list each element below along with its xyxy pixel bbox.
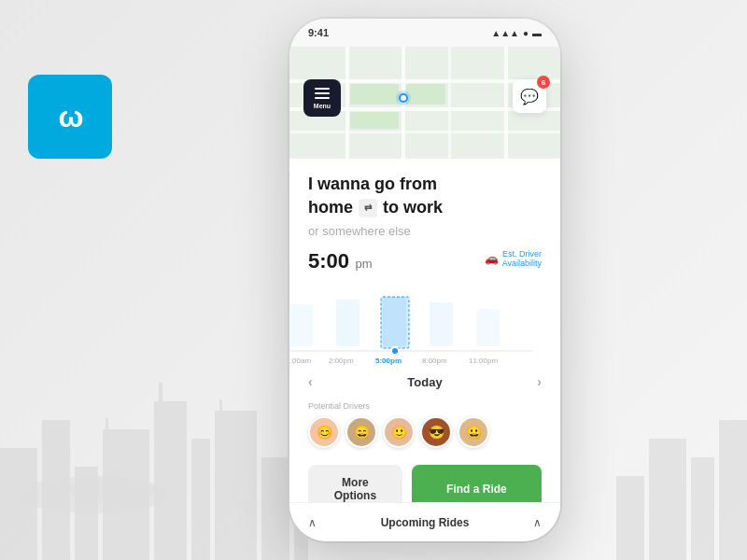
menu-button[interactable]: Menu: [303, 79, 341, 117]
driver-avatar-2[interactable]: 😄: [345, 416, 377, 448]
svg-rect-15: [219, 399, 222, 411]
bottom-tab-chevron-left[interactable]: ∧: [308, 516, 317, 529]
svg-rect-7: [261, 457, 289, 560]
svg-rect-35: [430, 302, 453, 346]
destination-headline: I wanna go from home ⇄ to work: [308, 173, 542, 219]
driver-avail-label: Est. DriverAvailability: [502, 249, 542, 268]
prev-date-button[interactable]: ‹: [308, 374, 313, 389]
svg-point-44: [391, 347, 399, 355]
status-icons: ▲▲▲ ● ▬: [491, 28, 542, 38]
phone-mockup: 9:41 ▲▲▲ ● ▬: [289, 19, 570, 541]
time-value: 5:00: [308, 249, 349, 273]
svg-text:2:00pm: 2:00pm: [329, 357, 354, 365]
drivers-section: Potential Drivers 😊 😄 🙂 😎 😀: [289, 394, 560, 455]
phone-screen: 9:41 ▲▲▲ ● ▬: [289, 19, 560, 541]
signal-icon: ▲▲▲: [491, 28, 519, 38]
origin-label: home: [308, 196, 353, 219]
current-date-label: Today: [407, 375, 442, 389]
driver-availability: 🚗 Est. DriverAvailability: [485, 249, 542, 268]
svg-rect-12: [719, 420, 747, 560]
drivers-label: Potential Drivers: [308, 401, 542, 411]
svg-rect-21: [289, 131, 560, 133]
svg-rect-36: [476, 309, 500, 346]
svg-rect-26: [350, 84, 399, 105]
svg-point-31: [401, 95, 406, 101]
status-bar: 9:41 ▲▲▲ ● ▬: [289, 19, 560, 47]
svg-rect-33: [336, 300, 359, 346]
wifi-icon: ●: [523, 28, 529, 38]
time-period: pm: [356, 257, 373, 271]
svg-rect-10: [649, 439, 686, 560]
message-icon: 💬: [520, 88, 539, 105]
bottom-tab-chevron-right[interactable]: ∧: [533, 516, 542, 529]
car-icon: 🚗: [485, 252, 499, 265]
svg-rect-4: [154, 401, 187, 560]
battery-icon: ▬: [532, 28, 542, 38]
menu-icon-line1: [315, 88, 330, 90]
time-section: 5:00 pm 🚗 Est. DriverAvailability: [308, 249, 542, 273]
time-chart[interactable]: 11:00am 2:00pm 5:00pm 8:00pm 11:00pm: [289, 295, 560, 370]
menu-icon-line2: [315, 92, 330, 94]
driver-avatar-4[interactable]: 😎: [420, 416, 452, 448]
driver-avatar-3[interactable]: 🙂: [383, 416, 415, 448]
bottom-tab-bar[interactable]: ∧ Upcoming Rides ∧: [289, 502, 560, 541]
svg-text:8:00pm: 8:00pm: [422, 357, 447, 365]
svg-rect-14: [106, 418, 108, 429]
swap-icon[interactable]: ⇄: [359, 199, 377, 217]
time-display: 5:00 pm: [308, 249, 373, 273]
alternate-option[interactable]: or somewhere else: [308, 224, 542, 238]
driver-avatar-5[interactable]: 😀: [458, 416, 489, 448]
svg-rect-37: [381, 297, 409, 348]
svg-rect-13: [159, 383, 162, 401]
svg-rect-24: [448, 47, 451, 159]
svg-rect-9: [616, 476, 644, 560]
menu-icon-line3: [315, 97, 330, 99]
menu-label: Menu: [314, 103, 331, 109]
logo-box: ω: [28, 75, 112, 159]
route-row: home ⇄ to work: [308, 196, 542, 219]
message-button[interactable]: 💬 6: [513, 79, 546, 113]
driver-avatar-1[interactable]: 😊: [308, 416, 340, 448]
svg-rect-11: [691, 457, 714, 560]
svg-rect-27: [406, 84, 445, 105]
svg-text:11:00am: 11:00am: [289, 357, 311, 365]
next-date-button[interactable]: ›: [537, 374, 542, 389]
status-time: 9:41: [308, 27, 329, 38]
svg-rect-32: [289, 304, 313, 346]
svg-rect-22: [345, 47, 349, 159]
map-view: Menu 💬 6: [289, 47, 560, 159]
main-content: I wanna go from home ⇄ to work or somewh…: [289, 159, 560, 295]
svg-text:11:00pm: 11:00pm: [469, 357, 498, 365]
headline-line1: I wanna go from: [308, 175, 437, 193]
logo-icon: ω: [58, 100, 81, 134]
svg-point-17: [65, 476, 159, 504]
destination-label: to work: [383, 196, 443, 219]
message-badge: 6: [537, 76, 550, 89]
date-navigation: ‹ Today ›: [289, 370, 560, 394]
svg-rect-25: [504, 47, 508, 159]
driver-avatars-list: 😊 😄 🙂 😎 😀: [308, 416, 542, 448]
svg-rect-28: [350, 112, 399, 129]
svg-rect-5: [191, 439, 210, 560]
chart-svg: 11:00am 2:00pm 5:00pm 8:00pm 11:00pm: [289, 295, 542, 370]
svg-rect-6: [215, 411, 257, 560]
svg-text:5:00pm: 5:00pm: [375, 357, 402, 365]
upcoming-rides-label: Upcoming Rides: [381, 516, 470, 529]
